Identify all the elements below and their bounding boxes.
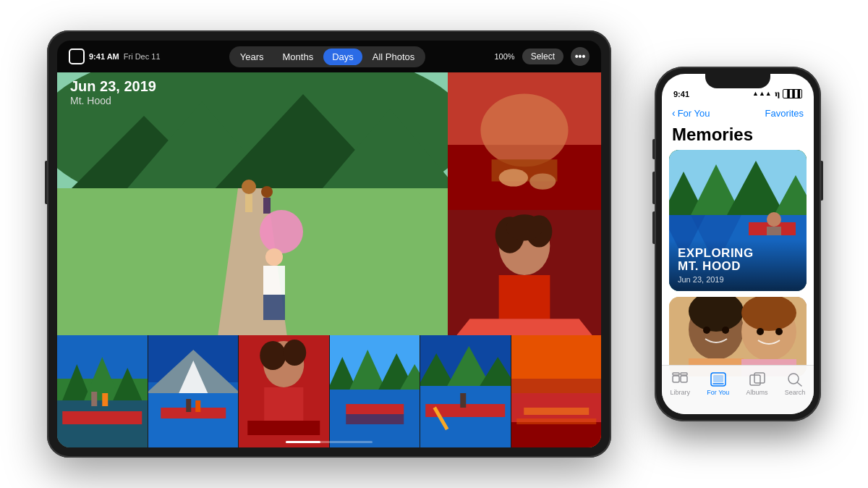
svg-point-96 [703,327,710,334]
svg-point-99 [775,328,783,335]
svg-rect-101 [681,376,687,382]
tab-all-photos[interactable]: All Photos [364,49,424,65]
ipad-screen: 9:41 AM Fri Dec 11 Years Months Days All… [57,41,601,447]
ipad-photo-grid [57,72,601,447]
tab-library[interactable]: Library [671,371,691,396]
svg-rect-100 [673,376,679,382]
svg-rect-107 [750,375,760,385]
svg-rect-37 [91,392,97,406]
svg-line-110 [797,382,801,386]
trail-scene-bg [57,72,448,348]
back-for-you-button[interactable]: ‹ For You [672,107,710,119]
ipad-nav-tabs: Years Months Days All Photos [229,46,426,67]
svg-rect-52 [247,421,320,435]
svg-point-20 [499,169,528,186]
ipad-photo-date: Jun 23, 2019 [70,78,156,95]
svg-rect-108 [754,373,765,383]
for-you-icon [709,371,728,387]
svg-rect-74 [524,408,589,415]
ipad-body: 9:41 AM Fri Dec 11 Years Months Days All… [47,30,611,458]
ipad-time: 9:41 AM [89,52,119,61]
iphone-navbar: ‹ For You Favorites [662,101,814,125]
svg-point-49 [260,341,286,370]
svg-point-18 [480,93,568,167]
bottom-photo-4[interactable] [330,335,421,447]
memory-date: Jun 23, 2019 [678,275,798,284]
ipad-progress-bar [286,441,373,443]
svg-rect-73 [511,422,602,447]
chevron-left-icon: ‹ [672,107,676,119]
photo-trail[interactable] [57,72,448,348]
svg-rect-45 [186,399,191,412]
select-button[interactable]: Select [522,49,563,64]
svg-rect-87 [767,227,781,235]
ipad-status-left: 9:41 AM Fri Dec 11 [69,49,161,64]
iphone-power-button [821,161,823,201]
signal-icon: ▲▲▲ [752,90,772,97]
more-button[interactable]: ••• [571,47,590,66]
svg-rect-68 [460,393,466,408]
iphone-volume-down-button [652,211,655,244]
tab-days[interactable]: Days [323,49,362,65]
svg-marker-29 [455,319,594,337]
svg-point-21 [529,173,556,189]
iphone-tabbar: Library For You [662,365,814,414]
svg-point-13 [265,248,283,266]
photo-person-red[interactable] [448,210,601,348]
svg-rect-75 [516,418,596,424]
iphone-title: Memories [672,125,753,145]
tab-albums[interactable]: Albums [746,371,768,396]
battery-icon: ▐▐▐ [783,89,802,98]
ipad-date-label: Jun 23, 2019 Mt. Hood [70,78,156,106]
svg-point-26 [506,214,542,240]
svg-point-10 [261,186,273,198]
photo-hands[interactable] [448,72,601,210]
iphone-time: 9:41 [673,90,689,98]
ipad-progress-fill [286,441,320,443]
svg-rect-105 [713,375,723,382]
ipad-bottom-strip [57,335,601,447]
bottom-photo-3[interactable] [239,335,330,447]
memory-title: EXPLORINGMT. HOOD [678,247,798,274]
bottom-photo-1[interactable] [57,335,148,447]
bottom-photo-2[interactable] [148,335,239,447]
back-label: For You [678,108,710,119]
tab-library-label: Library [671,389,691,396]
iphone-device: 9:41 ▲▲▲ 𝛈 ▐▐▐ ‹ For You Favorites [655,67,821,421]
ipad-location: Mt. Hood [70,95,156,106]
ipad-side-button [45,161,47,204]
tab-search[interactable]: Search [785,371,806,396]
tab-years[interactable]: Years [231,49,273,65]
scene: 9:41 AM Fri Dec 11 Years Months Days All… [0,0,868,488]
svg-rect-103 [681,373,687,375]
svg-rect-11 [263,198,271,214]
memory-card-1[interactable]: EXPLORINGMT. HOOD Jun 23, 2019 [669,150,807,291]
svg-rect-38 [102,393,108,406]
ipad-status-right: 100% Select ••• [495,47,590,66]
svg-rect-9 [245,194,252,212]
favorites-button[interactable]: Favorites [765,108,804,119]
ipad-home-icon [69,49,85,64]
tab-for-you[interactable]: For You [707,371,729,396]
svg-point-97 [722,327,729,334]
iphone-silent-button [652,139,655,159]
bottom-photo-5[interactable] [420,335,511,447]
tab-months[interactable]: Months [274,49,323,65]
svg-rect-33 [62,411,142,424]
svg-point-8 [242,180,256,194]
bottom-photo-6[interactable] [511,335,602,447]
iphone-volume-up-button [652,172,655,204]
svg-point-50 [283,340,306,366]
svg-point-98 [757,328,764,335]
iphone-body: 9:41 ▲▲▲ 𝛈 ▐▐▐ ‹ For You Favorites [655,67,821,421]
svg-rect-61 [346,414,404,424]
svg-rect-46 [195,400,200,412]
svg-rect-15 [263,295,285,320]
iphone-notch [705,74,770,88]
svg-point-12 [260,210,303,253]
svg-rect-102 [673,373,679,375]
tab-for-you-label: For You [707,389,729,396]
library-icon [671,371,689,387]
ipad-topbar: 9:41 AM Fri Dec 11 Years Months Days All… [57,41,601,72]
tab-albums-label: Albums [746,389,768,396]
